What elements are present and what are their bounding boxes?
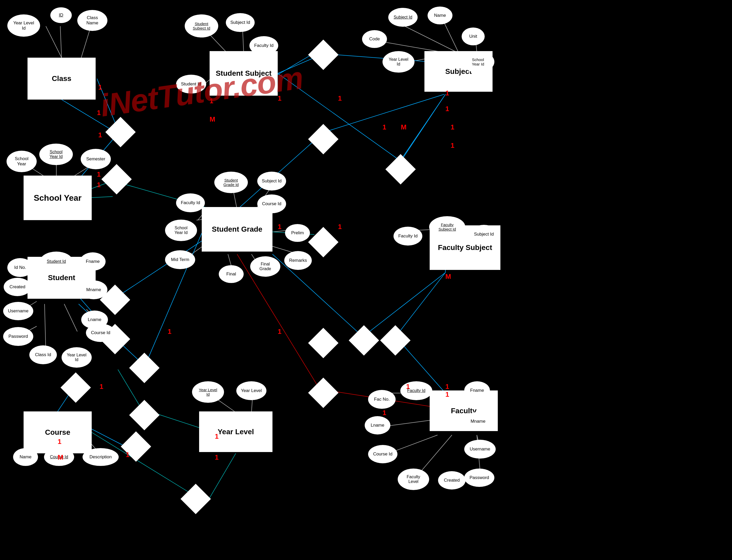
attr-fac-lname: Lname — [365, 416, 390, 434]
svg-line-84 — [401, 94, 445, 161]
er-diagram: iNetTutor.com Class School Year Student … — [0, 0, 732, 560]
attr-sub-yearlevelid: Year LevelId — [382, 51, 414, 73]
attr-ss-subjectid: Subject Id — [226, 13, 255, 32]
attr-fs-facultysubjectid: FacultySubject Id — [429, 216, 465, 238]
attr-yl-yearlevel: Year Level — [236, 381, 267, 400]
attr-course-description: Description — [83, 448, 119, 466]
attr-fac-created: Created — [438, 471, 465, 490]
relation-has-yearlevel-label: has — [314, 340, 333, 346]
attr-fac-facultyid: Faculty Id — [400, 381, 432, 400]
svg-line-45 — [210, 453, 236, 498]
relation-has-mid-label: has — [314, 136, 333, 142]
attr-fac-courseid: Course Id — [368, 445, 397, 463]
attr-yl-yearlevelid: Year LevelId — [192, 381, 224, 403]
attr-fs-facultyid: Faculty Id — [393, 227, 422, 246]
attr-sub-code: Code — [362, 30, 387, 48]
attr-student-fname: Fname — [80, 252, 106, 271]
card-25: M — [58, 453, 63, 461]
card-12: 1 — [382, 123, 386, 131]
card-24: 1 — [58, 438, 61, 446]
attr-sub-schoolyearid: SchoolYear Id — [462, 51, 494, 73]
relation-input-label: input — [314, 390, 333, 395]
attr-fac-mname: Mname — [464, 412, 492, 431]
svg-line-16 — [45, 304, 46, 352]
svg-line-1 — [60, 26, 62, 58]
connection-lines — [0, 0, 732, 560]
relation-belong-label: belong — [106, 129, 131, 134]
attr-fac-fname: Fname — [464, 381, 490, 400]
attr-student-mname: Mname — [80, 280, 107, 299]
card-15: 1 — [450, 142, 454, 150]
relation-compiled-label: compiled — [101, 176, 132, 182]
attr-student-studentid: Student Id — [40, 252, 73, 271]
card-2: 1 — [97, 109, 101, 117]
attr-sg-prelim: Prelim — [285, 224, 310, 242]
attr-sg-courseid: Course Id — [257, 194, 286, 213]
attr-fac-password: Password — [464, 469, 494, 487]
svg-line-0 — [46, 26, 62, 58]
attr-class-id: ID — [50, 7, 72, 23]
card-28: 1 — [445, 390, 449, 399]
relation-has-center-label: has — [314, 239, 333, 245]
relation-belong2-label: belong — [129, 365, 160, 370]
card-23: 1 — [126, 451, 129, 459]
relation-view-label: view — [105, 297, 125, 302]
attr-fac-username: Username — [464, 440, 496, 459]
entity-schoolyear: School Year — [24, 176, 92, 220]
card-9: 1 — [338, 94, 342, 102]
relation-teach-label: teach — [186, 496, 206, 501]
relation-handle-label: handle — [382, 337, 409, 343]
relation-has-subject-label: has — [391, 166, 410, 172]
attr-student-yearlevelid: Year LevelId — [62, 347, 92, 368]
card-26: M — [445, 273, 451, 281]
attr-ss-facultyid: Faculty Id — [250, 36, 278, 55]
attr-student-username: Username — [3, 302, 33, 320]
card-19: 1 — [278, 328, 282, 336]
card-10: 1 — [445, 89, 449, 97]
entity-class: Class — [28, 58, 96, 100]
svg-line-77 — [237, 254, 320, 389]
card-11: 1 — [445, 105, 449, 113]
attr-sy-schoolyearid: SchoolYear Id — [39, 144, 73, 165]
relation-record-label: record — [131, 412, 158, 417]
svg-line-79 — [273, 254, 363, 337]
attr-sg-subjectid: Subject Id — [257, 172, 286, 191]
attr-sub-subjectid: Subject Id — [388, 8, 417, 27]
attr-ss-studentsubjectid: StudentSubject Id — [185, 14, 218, 37]
attr-sg-midterm: Mid Term — [165, 250, 195, 269]
card-5: 1 — [97, 181, 101, 189]
attr-sg-studentgradeid: StudentGrade Id — [214, 172, 248, 193]
card-4: 1 — [97, 170, 101, 178]
relation-has-student-label: has — [105, 336, 125, 341]
card-27: 1 — [382, 409, 386, 417]
attr-student-idno: Id No. — [7, 258, 33, 277]
attr-sg-remarks: Remarks — [284, 251, 312, 270]
attr-fac-facno: Fac No. — [368, 390, 395, 409]
attr-sg-final: Final — [219, 265, 244, 283]
attr-class-classname: ClassName — [77, 10, 107, 31]
card-18: 1 — [168, 328, 171, 336]
card-13: M — [401, 123, 406, 131]
attr-sub-unit: Unit — [462, 28, 485, 45]
attr-student-password: Password — [3, 327, 33, 346]
attr-sg-facultyid: Faculty Id — [176, 193, 205, 212]
card-7: M — [210, 115, 215, 123]
svg-line-74 — [110, 233, 214, 301]
attr-sg-finalgrade: FinalGrade — [250, 256, 280, 277]
card-14: 1 — [450, 123, 454, 131]
card-3: 1 — [98, 131, 102, 139]
relation-has-top-label: has — [314, 51, 333, 57]
svg-line-81 — [395, 273, 445, 337]
card-20: 1 — [100, 383, 103, 391]
attr-sg-schoolyearid: SchoolYear Id — [165, 220, 197, 241]
attr-sy-schoolyear: SchoolYear — [7, 151, 37, 172]
attr-class-yearlevelid: Year LevelId — [7, 14, 40, 37]
attr-student-classid: Class Id — [29, 345, 57, 364]
relation-assigned-label: assigned — [347, 337, 381, 343]
entity-course: Course — [24, 411, 92, 453]
card-22: 1 — [215, 453, 219, 461]
attr-fs-subjectid: Subject Id — [469, 225, 498, 244]
attr-sy-semester: Semester — [81, 149, 111, 169]
attr-student-created: Created — [4, 278, 31, 296]
attr-course-name: Name — [13, 448, 38, 466]
